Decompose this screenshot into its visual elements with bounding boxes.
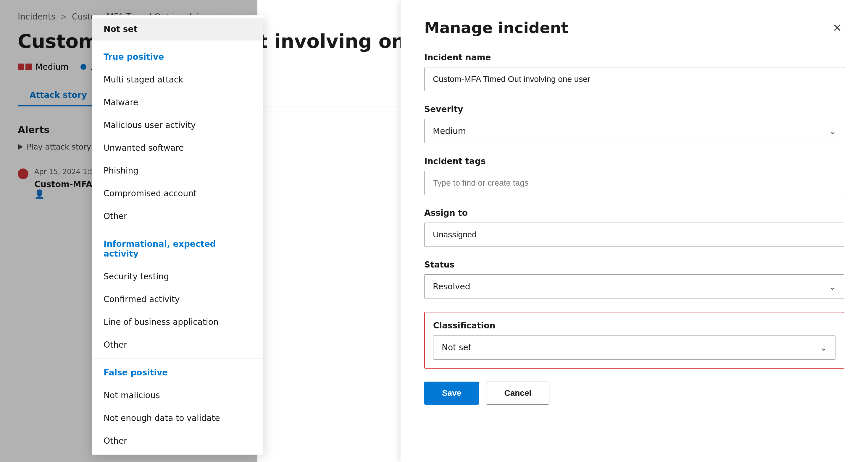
- incident-name-input[interactable]: [424, 67, 844, 91]
- severity-select[interactable]: Medium: [424, 119, 844, 143]
- dropdown-item-other-3[interactable]: Other: [92, 429, 263, 452]
- panel-header: Manage incident ×: [424, 18, 844, 38]
- severity-group: Severity Medium: [424, 104, 844, 143]
- dropdown-item-line-of-business[interactable]: Line of business application: [92, 311, 263, 333]
- panel-title: Manage incident: [424, 19, 568, 37]
- incident-name-label: Incident name: [424, 53, 844, 62]
- dropdown-divider-2: [92, 230, 263, 230]
- status-select-wrapper: Resolved: [424, 274, 844, 299]
- dropdown-item-other-2[interactable]: Other: [92, 333, 263, 356]
- assign-to-label: Assign to: [424, 208, 844, 218]
- assign-to-input[interactable]: [424, 223, 844, 247]
- dropdown-divider-1: [92, 43, 263, 43]
- status-group: Status Resolved: [424, 260, 844, 299]
- form-actions: Save Cancel: [424, 382, 844, 405]
- dropdown-item-not-enough-data[interactable]: Not enough data to validate: [92, 407, 263, 429]
- classification-dropdown-menu[interactable]: Not set True positive Multi staged attac…: [92, 15, 263, 455]
- dropdown-item-compromised[interactable]: Compromised account: [92, 182, 263, 205]
- classification-select-wrapper: Not set: [433, 335, 835, 360]
- classification-group: Classification Not set: [424, 312, 844, 369]
- severity-select-wrapper: Medium: [424, 119, 844, 143]
- dropdown-divider-3: [92, 359, 263, 359]
- manage-incident-panel: Manage incident × Incident name Severity…: [401, 0, 868, 462]
- incident-tags-input[interactable]: [424, 171, 844, 195]
- dropdown-category-true-positive: True positive: [92, 45, 263, 68]
- assign-to-group: Assign to: [424, 208, 844, 247]
- classification-label: Classification: [433, 321, 835, 330]
- close-button[interactable]: ×: [830, 18, 844, 38]
- dropdown-item-security-testing[interactable]: Security testing: [92, 265, 263, 288]
- dropdown-item-malware[interactable]: Malware: [92, 91, 263, 114]
- dropdown-item-not-malicious[interactable]: Not malicious: [92, 384, 263, 407]
- save-button[interactable]: Save: [424, 382, 479, 405]
- severity-label: Severity: [424, 104, 844, 114]
- status-label: Status: [424, 260, 844, 270]
- cancel-button[interactable]: Cancel: [486, 382, 549, 405]
- status-select[interactable]: Resolved: [424, 274, 844, 299]
- dropdown-item-phishing[interactable]: Phishing: [92, 159, 263, 182]
- incident-tags-group: Incident tags: [424, 156, 844, 195]
- incident-tags-label: Incident tags: [424, 156, 844, 166]
- dropdown-category-informational: Informational, expected activity: [92, 233, 263, 265]
- classification-select[interactable]: Not set: [433, 335, 835, 360]
- dropdown-category-false-positive: False positive: [92, 361, 263, 384]
- incident-name-group: Incident name: [424, 53, 844, 91]
- dropdown-item-unwanted-software[interactable]: Unwanted software: [92, 137, 263, 159]
- dropdown-item-other-1[interactable]: Other: [92, 205, 263, 228]
- dropdown-item-confirmed-activity[interactable]: Confirmed activity: [92, 288, 263, 311]
- dropdown-item-not-set[interactable]: Not set: [92, 18, 263, 40]
- dropdown-item-malicious-user[interactable]: Malicious user activity: [92, 114, 263, 137]
- dropdown-item-multi-staged[interactable]: Multi staged attack: [92, 68, 263, 91]
